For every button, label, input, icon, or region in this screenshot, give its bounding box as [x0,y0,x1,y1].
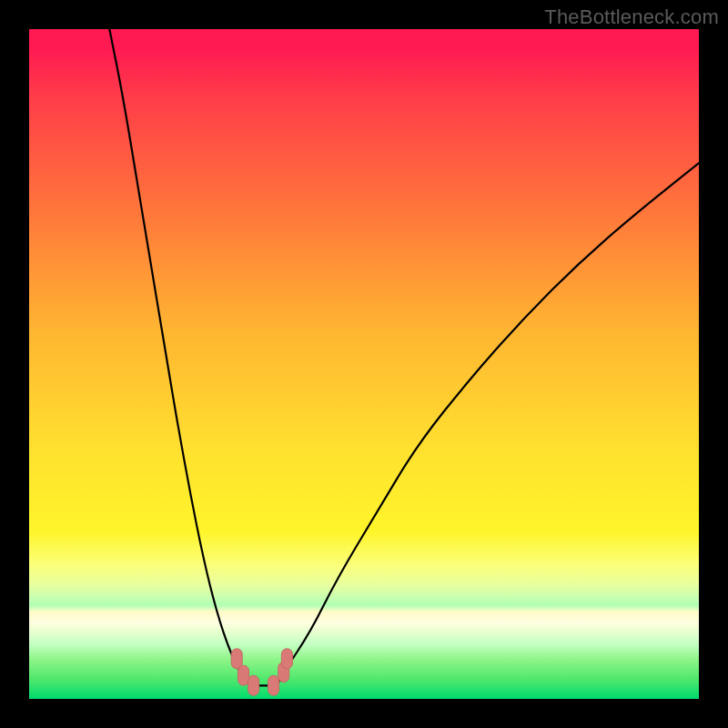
chart-frame: TheBottleneck.com [0,0,728,728]
bottleneck-curve [109,29,699,685]
curve-marker [248,675,259,695]
curve-marker [268,675,279,695]
valley-markers [231,649,292,696]
watermark-text: TheBottleneck.com [544,5,719,29]
plot-area [29,29,699,699]
curve-marker [281,649,292,669]
curve-marker [238,665,249,685]
curve-canvas [29,29,699,699]
